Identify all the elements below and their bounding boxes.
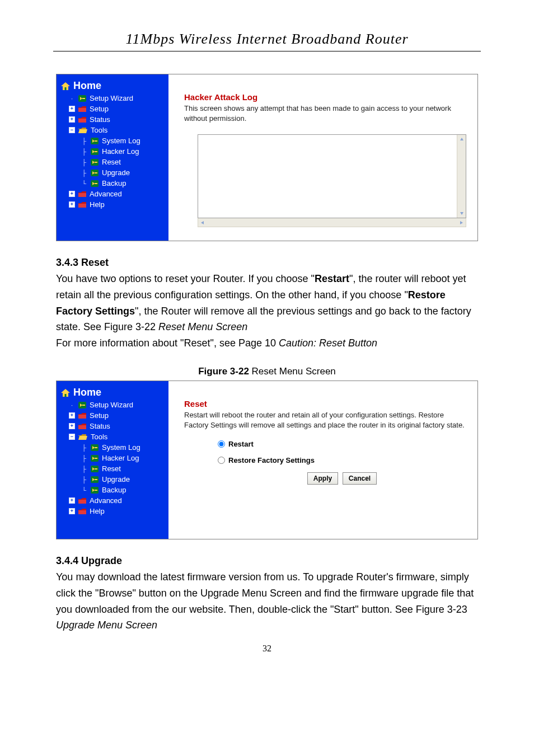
sidebar-item-advanced[interactable]: +Advanced — [61, 495, 164, 506]
section-heading-upgrade: 3.4.4 Upgrade — [56, 555, 478, 567]
sidebar-item-help[interactable]: +Help — [61, 506, 164, 516]
folder-icon — [78, 116, 86, 123]
folder-icon — [78, 201, 86, 208]
sidebar-item-system-log[interactable]: ├System Log — [61, 442, 164, 453]
sidebar-item-setup[interactable]: +Setup — [61, 410, 164, 421]
section-body-upgrade: You may download the latest firmware ver… — [56, 569, 478, 633]
folder-icon — [78, 508, 86, 515]
sidebar-item-label: Reset — [102, 464, 121, 473]
sidebar-item-setup-wizard[interactable]: ·Setup Wizard — [61, 93, 164, 104]
folder-icon — [78, 412, 86, 419]
folder-open-icon — [78, 434, 87, 440]
scroll-left-icon[interactable] — [198, 218, 207, 227]
page-header-rule — [53, 51, 481, 51]
cancel-button[interactable]: Cancel — [343, 472, 377, 485]
sidebar-item-upgrade[interactable]: ├Upgrade — [61, 474, 164, 485]
scroll-down-icon[interactable] — [457, 209, 466, 218]
sidebar-item-status[interactable]: +Status — [61, 421, 164, 431]
arrow-icon — [91, 148, 99, 155]
sidebar-item-label: Status — [90, 422, 110, 430]
scroll-up-icon[interactable] — [457, 135, 466, 144]
sidebar: Home ·Setup Wizard +Setup +Status −Tools… — [57, 74, 168, 241]
apply-button[interactable]: Apply — [307, 472, 338, 485]
sidebar-item-label: Upgrade — [102, 168, 130, 177]
tree-end-icon: └ — [81, 180, 87, 187]
tree-end-icon: └ — [81, 487, 87, 494]
tree-expand-icon[interactable]: + — [69, 497, 75, 504]
sidebar-item-label: Upgrade — [102, 475, 130, 483]
sidebar-item-label: Tools — [91, 126, 107, 134]
panel-title: Hacker Attack Log — [184, 92, 466, 102]
sidebar-item-hacker-log[interactable]: ├Hacker Log — [61, 453, 164, 463]
sidebar-item-status[interactable]: +Status — [61, 114, 164, 125]
radio-restart[interactable] — [218, 440, 225, 448]
page-number: 32 — [0, 644, 534, 654]
sidebar-item-label: Hacker Log — [102, 147, 139, 156]
section-heading-reset: 3.4.3 Reset — [56, 257, 478, 269]
sidebar-item-backup[interactable]: └Backup — [61, 178, 164, 189]
sidebar-item-label: Backup — [102, 486, 126, 494]
folder-icon — [78, 497, 86, 504]
screenshot-hacker-log: Home ·Setup Wizard +Setup +Status −Tools… — [56, 74, 478, 241]
tree-expand-icon[interactable]: + — [69, 116, 75, 123]
sidebar-item-system-log[interactable]: ├System Log — [61, 135, 164, 146]
vertical-scrollbar[interactable] — [457, 135, 466, 218]
sidebar-item-reset[interactable]: ├Reset — [61, 463, 164, 474]
sidebar-item-reset[interactable]: ├Reset — [61, 157, 164, 167]
sidebar-item-setup[interactable]: +Setup — [61, 104, 164, 114]
sidebar-item-hacker-log[interactable]: ├Hacker Log — [61, 146, 164, 157]
tree-expand-icon[interactable]: + — [69, 423, 75, 429]
tree-expand-icon[interactable]: + — [69, 412, 75, 419]
arrow-icon — [91, 444, 99, 451]
tree-collapse-icon[interactable]: − — [69, 434, 75, 440]
sidebar-home[interactable]: Home — [61, 387, 164, 398]
radio-option-restart[interactable]: Restart — [218, 440, 466, 448]
sidebar-item-label: System Log — [102, 443, 140, 452]
svg-marker-7 — [460, 138, 463, 140]
log-textarea[interactable] — [198, 134, 466, 218]
folder-open-icon — [78, 127, 87, 134]
radio-restore[interactable] — [218, 457, 225, 464]
panel-title: Reset — [184, 399, 466, 408]
tree-line-icon: ├ — [81, 466, 87, 472]
tree-expand-icon[interactable]: + — [69, 106, 75, 112]
sidebar-item-label: Advanced — [90, 496, 122, 505]
tree-expand-icon[interactable]: + — [69, 201, 75, 208]
folder-icon — [78, 191, 86, 198]
tree-collapse-icon[interactable]: − — [69, 127, 75, 133]
sidebar: Home ·Setup Wizard +Setup +Status −Tools… — [57, 381, 168, 539]
arrow-icon — [91, 138, 99, 144]
sidebar-item-label: Status — [90, 115, 110, 124]
sidebar-item-upgrade[interactable]: ├Upgrade — [61, 167, 164, 178]
arrow-icon — [78, 402, 86, 408]
tree-line-icon: ├ — [81, 148, 87, 155]
sidebar-home-label: Home — [73, 387, 101, 398]
sidebar-item-label: Reset — [102, 158, 121, 166]
sidebar-item-setup-wizard[interactable]: ·Setup Wizard — [61, 400, 164, 410]
tree-line-icon: ├ — [81, 455, 87, 462]
sidebar-home[interactable]: Home — [61, 80, 164, 92]
arrow-icon — [91, 476, 99, 483]
sidebar-item-tools[interactable]: −Tools — [61, 125, 164, 135]
sidebar-item-label: Hacker Log — [102, 454, 139, 462]
arrow-icon — [91, 180, 99, 187]
horizontal-scrollbar[interactable] — [198, 218, 466, 227]
section-body-reset: You have two options to reset your Route… — [56, 271, 478, 351]
sidebar-item-backup[interactable]: └Backup — [61, 485, 164, 495]
scroll-right-icon[interactable] — [457, 218, 466, 227]
svg-marker-10 — [460, 221, 463, 224]
sidebar-item-advanced[interactable]: +Advanced — [61, 189, 164, 199]
radio-restart-label: Restart — [228, 440, 254, 448]
figure-caption-22: Figure 3-22 Reset Menu Screen — [56, 366, 478, 377]
panel-description: This screen shows any attempt that has b… — [184, 104, 466, 123]
tree-expand-icon[interactable]: + — [69, 508, 75, 514]
sidebar-item-label: Help — [90, 507, 105, 515]
sidebar-item-tools[interactable]: −Tools — [61, 431, 164, 442]
radio-option-restore[interactable]: Restore Factory Settings — [218, 456, 466, 464]
tree-dot-icon: · — [69, 402, 75, 408]
arrow-icon — [91, 170, 99, 176]
tree-expand-icon[interactable]: + — [69, 191, 75, 197]
tree-line-icon: ├ — [81, 159, 87, 166]
svg-marker-8 — [460, 212, 463, 215]
sidebar-item-help[interactable]: +Help — [61, 199, 164, 210]
